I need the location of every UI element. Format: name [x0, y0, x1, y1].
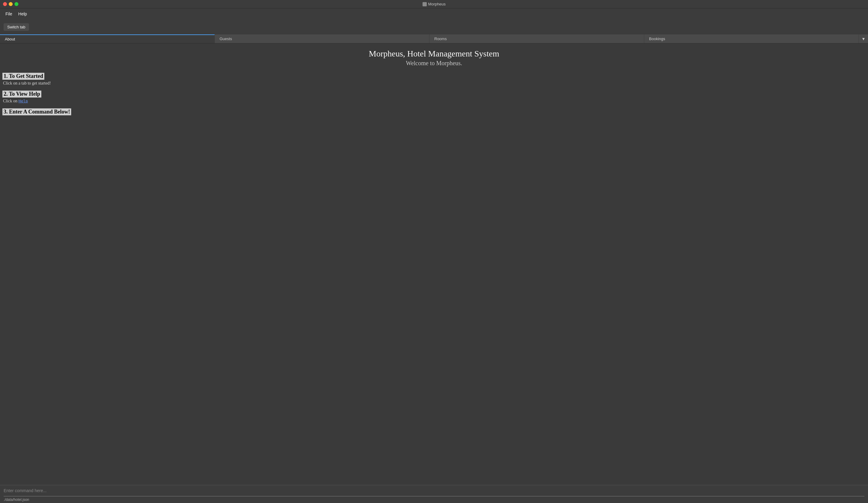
- title-bar: Morpheus: [0, 0, 868, 9]
- window-title: Morpheus: [423, 2, 446, 6]
- maximize-button[interactable]: [14, 2, 18, 6]
- close-button[interactable]: [3, 2, 7, 6]
- status-text: ./data/hotel.json: [4, 496, 864, 503]
- instruction-enter-command: 3. Enter A Command Below!: [2, 108, 866, 117]
- instruction-text-2: Click on Help: [2, 99, 866, 103]
- main-content: Morpheus, Hotel Management System Welcom…: [0, 43, 868, 485]
- instruction-heading-3: 3. Enter A Command Below!: [2, 108, 71, 115]
- tab-overflow-button[interactable]: ▾: [859, 34, 868, 43]
- app-icon: [423, 2, 427, 6]
- switch-tab-button[interactable]: Switch tab: [4, 23, 29, 31]
- instruction-heading-2: 2. To View Help: [2, 91, 41, 98]
- instruction-heading-1: 1. To Get Started: [2, 73, 44, 80]
- status-bar: ./data/hotel.json: [0, 485, 868, 503]
- content-area: Morpheus, Hotel Management System Welcom…: [0, 43, 868, 485]
- instruction-text-1: Click on a tab to get started!: [2, 81, 866, 86]
- tab-bookings[interactable]: Bookings: [644, 34, 859, 43]
- help-link[interactable]: Help: [18, 99, 28, 103]
- minimize-button[interactable]: [9, 2, 13, 6]
- tab-bar: About Guests Rooms Bookings ▾: [0, 34, 868, 43]
- instruction-get-started: 1. To Get Started Click on a tab to get …: [2, 73, 866, 86]
- menu-file[interactable]: File: [2, 10, 16, 18]
- toolbar: Switch tab: [0, 19, 868, 34]
- tab-rooms[interactable]: Rooms: [430, 34, 644, 43]
- traffic-lights: [3, 2, 18, 6]
- menu-bar: File Help: [0, 9, 868, 19]
- app-subtitle: Welcome to Morpheus.: [2, 60, 866, 67]
- menu-help[interactable]: Help: [16, 10, 30, 18]
- tab-guests[interactable]: Guests: [215, 34, 430, 43]
- command-input[interactable]: [4, 485, 864, 496]
- tab-about[interactable]: About: [0, 34, 215, 43]
- instruction-text-before: Click on: [3, 99, 18, 103]
- instruction-view-help: 2. To View Help Click on Help: [2, 91, 866, 103]
- app-title: Morpheus, Hotel Management System: [2, 49, 866, 59]
